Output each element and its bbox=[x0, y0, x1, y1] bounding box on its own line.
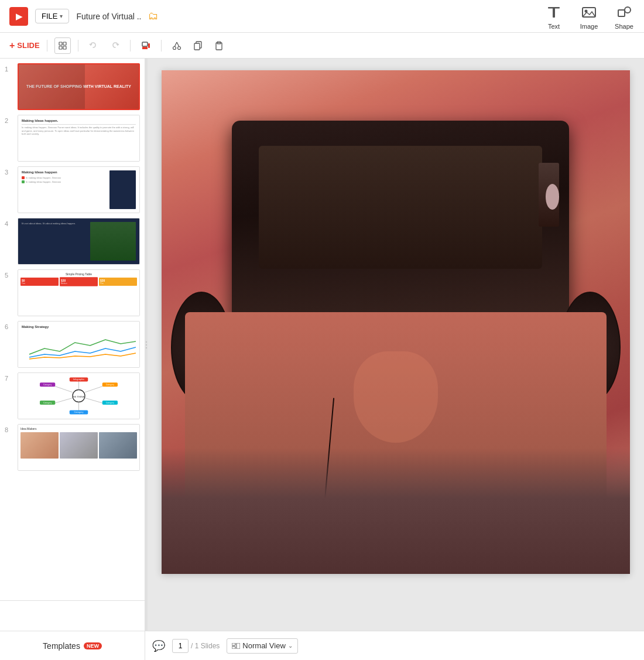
view-chevron-icon: ⌄ bbox=[288, 642, 293, 649]
top-bar-left: ▶ FILE ▾ Future of Virtual .. 🗂 bbox=[9, 7, 159, 26]
slide-4-text: It's not about ideas. It's about making … bbox=[22, 222, 88, 225]
slide-number-8: 8 bbox=[5, 424, 14, 433]
svg-rect-7 bbox=[63, 42, 66, 45]
divider-1 bbox=[47, 40, 47, 52]
file-menu-button[interactable]: FILE ▾ bbox=[35, 9, 69, 23]
slide-panel: 1 THE FUTURE OF SHOPPING WITH VIRTUAL RE… bbox=[0, 59, 145, 631]
slide-thumb-2[interactable]: Making Ideas happen. In making ideas hap… bbox=[18, 115, 140, 162]
paste-button[interactable] bbox=[211, 37, 227, 54]
image-icon bbox=[578, 3, 600, 22]
slide-label: SLIDE bbox=[17, 41, 39, 50]
slide-item-1[interactable]: 1 THE FUTURE OF SHOPPING WITH VIRTUAL RE… bbox=[5, 63, 140, 110]
svg-rect-10 bbox=[142, 42, 148, 46]
svg-line-24 bbox=[53, 386, 73, 392]
svg-line-25 bbox=[53, 398, 73, 404]
canvas-area bbox=[148, 59, 644, 631]
slide-item-6[interactable]: 6 Making Strategy bbox=[5, 321, 140, 368]
slide-number-6: 6 bbox=[5, 321, 14, 330]
page-separator: / 1 Slides bbox=[191, 642, 220, 650]
slide-number-5: 5 bbox=[5, 269, 14, 279]
slide-thumb-3[interactable]: Making Ideas happen In making ideas happ… bbox=[18, 166, 140, 213]
svg-text:Infographic: Infographic bbox=[73, 378, 84, 381]
view-label: Normal View bbox=[242, 641, 285, 650]
cut-button[interactable] bbox=[169, 37, 185, 54]
slide-number-1: 1 bbox=[5, 63, 14, 73]
slide-thumb-6[interactable]: Making Strategy bbox=[18, 321, 140, 368]
slide-item-5[interactable]: 5 Simple Pricing Table $0 Free $3 bbox=[5, 269, 140, 316]
slide-number-3: 3 bbox=[5, 166, 14, 176]
redo-button[interactable] bbox=[107, 37, 123, 54]
file-chevron-icon: ▾ bbox=[60, 13, 63, 19]
top-bar-right: Text Image Shape bbox=[543, 3, 635, 30]
svg-rect-12 bbox=[148, 43, 150, 48]
copy-button[interactable] bbox=[190, 37, 206, 54]
templates-button[interactable]: Templates New bbox=[43, 641, 102, 651]
slide-item-8[interactable]: 8 Idea Makers bbox=[5, 424, 140, 471]
undo-button[interactable] bbox=[85, 37, 102, 54]
shape-tool-label: Shape bbox=[615, 23, 633, 30]
plus-icon: + bbox=[9, 40, 15, 51]
page-indicator: 1 / 1 Slides bbox=[172, 639, 220, 653]
slide-item-7[interactable]: 7 RE THINK bbox=[5, 372, 140, 419]
hair-area bbox=[162, 448, 630, 574]
slide-item-3[interactable]: 3 Making Ideas happen In making ideas ha… bbox=[5, 166, 140, 213]
svg-rect-2 bbox=[583, 8, 595, 17]
templates-label: Templates bbox=[43, 641, 80, 651]
svg-line-16 bbox=[177, 42, 179, 47]
divider-2 bbox=[78, 40, 78, 52]
slide-5-title: Simple Pricing Table bbox=[20, 272, 137, 276]
new-badge: New bbox=[84, 642, 102, 649]
add-slide-button[interactable]: + SLIDE bbox=[9, 40, 40, 51]
svg-text:Category: Category bbox=[43, 402, 52, 404]
svg-line-15 bbox=[174, 42, 177, 47]
svg-rect-11 bbox=[142, 47, 148, 49]
bottom-panel: Templates New 💬 1 / 1 Slides Normal View… bbox=[0, 631, 644, 660]
slide-8-title: Idea Makers bbox=[20, 427, 137, 430]
slide-thumb-4[interactable]: It's not about ideas. It's about making … bbox=[18, 218, 140, 265]
file-label: FILE bbox=[42, 12, 57, 20]
view-selector-button[interactable]: Normal View ⌄ bbox=[227, 638, 297, 654]
top-bar: ▶ FILE ▾ Future of Virtual .. 🗂 Text bbox=[0, 0, 644, 33]
image-tool-button[interactable]: Image bbox=[578, 3, 600, 30]
svg-rect-18 bbox=[194, 43, 200, 50]
paint-format-button[interactable] bbox=[138, 37, 154, 54]
svg-text:Category: Category bbox=[74, 411, 84, 413]
svg-text:Category: Category bbox=[106, 402, 114, 404]
text-tool-button[interactable]: Text bbox=[543, 3, 564, 30]
divider-4 bbox=[161, 40, 162, 52]
bottom-left: Templates New bbox=[0, 631, 145, 660]
view-icon bbox=[232, 643, 240, 649]
slide-2-title: Making Ideas happen. bbox=[22, 119, 136, 122]
current-page-box[interactable]: 1 bbox=[172, 639, 189, 653]
slide-item-2[interactable]: 2 Making Ideas happen. In making ideas h… bbox=[5, 115, 140, 162]
slide-3-title: Making Ideas happen bbox=[22, 170, 107, 174]
text-tool-label: Text bbox=[548, 23, 560, 30]
slide-number-2: 2 bbox=[5, 115, 14, 124]
svg-rect-9 bbox=[63, 46, 66, 49]
slide-thumb-7[interactable]: RE THINK Infographic bbox=[18, 372, 140, 419]
shape-tool-button[interactable]: Shape bbox=[614, 3, 635, 30]
main-layout: 1 THE FUTURE OF SHOPPING WITH VIRTUAL RE… bbox=[0, 59, 644, 631]
svg-point-14 bbox=[177, 46, 180, 49]
svg-line-28 bbox=[85, 398, 104, 404]
bottom-right: 💬 1 / 1 Slides Normal View ⌄ bbox=[145, 631, 644, 660]
slide-canvas[interactable] bbox=[162, 70, 630, 574]
slide-thumb-8[interactable]: Idea Makers bbox=[18, 424, 140, 471]
svg-rect-8 bbox=[59, 46, 62, 49]
second-toolbar: + SLIDE bbox=[0, 33, 644, 59]
divider-3 bbox=[130, 40, 131, 52]
folder-icon[interactable]: 🗂 bbox=[148, 10, 159, 22]
layout-button[interactable] bbox=[54, 37, 71, 54]
app-icon[interactable]: ▶ bbox=[9, 7, 28, 26]
slide-thumb-1[interactable]: THE FUTURE OF SHOPPING WITH VIRTUAL REAL… bbox=[18, 63, 140, 110]
slides-list: 1 THE FUTURE OF SHOPPING WITH VIRTUAL RE… bbox=[0, 59, 145, 600]
slide-item-4[interactable]: 4 It's not about ideas. It's about makin… bbox=[5, 218, 140, 265]
slide-thumb-5[interactable]: Simple Pricing Table $0 Free $30 Medium bbox=[18, 269, 140, 316]
chat-button[interactable]: 💬 bbox=[152, 640, 165, 652]
svg-rect-41 bbox=[232, 643, 235, 645]
current-page: 1 bbox=[179, 642, 183, 650]
slide-2-text: In making ideas happen, Gennaro Furner w… bbox=[22, 126, 136, 136]
svg-line-27 bbox=[85, 386, 104, 392]
slide-number-7: 7 bbox=[5, 372, 14, 382]
slide-6-title: Making Strategy bbox=[22, 325, 136, 329]
